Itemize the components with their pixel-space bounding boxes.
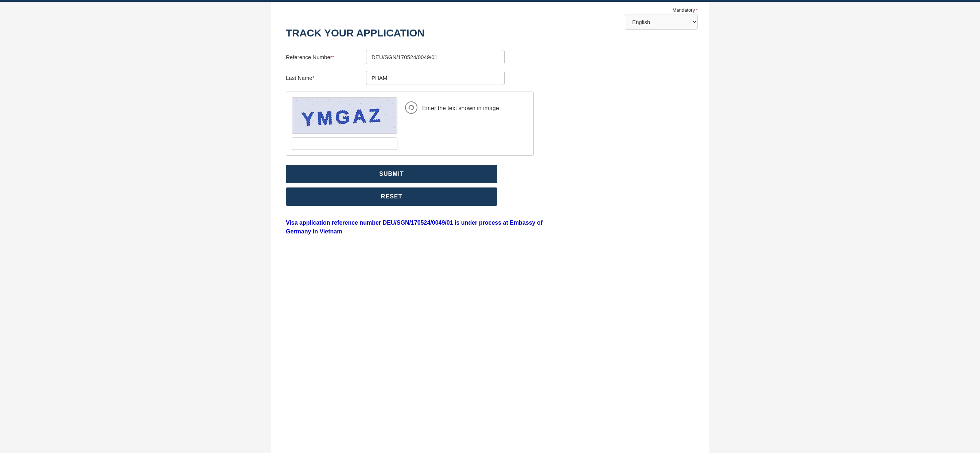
- svg-point-18: [387, 100, 388, 101]
- reference-number-group: Reference Number*: [286, 50, 559, 64]
- svg-point-10: [344, 100, 345, 100]
- mandatory-text: Mandatory: [673, 7, 695, 13]
- mandatory-asterisk: *: [696, 7, 698, 13]
- captcha-instruction: Enter the text shown in image: [422, 104, 499, 112]
- captcha-right: Enter the text shown in image: [405, 97, 499, 116]
- svg-point-20: [298, 110, 299, 110]
- language-select[interactable]: English German French Vietnamese: [625, 14, 698, 30]
- svg-point-56: [406, 102, 417, 113]
- svg-point-1: [296, 100, 297, 101]
- svg-point-37: [390, 109, 391, 110]
- status-message: Visa application reference number DEU/SG…: [286, 219, 559, 236]
- refresh-icon: [405, 101, 418, 114]
- svg-point-36: [385, 114, 386, 115]
- svg-text:YMGAZ: YMGAZ: [301, 105, 383, 130]
- page-container: Mandatory* English German French Vietnam…: [271, 2, 709, 453]
- svg-point-9: [339, 101, 340, 102]
- refresh-captcha-button[interactable]: [405, 101, 418, 116]
- captcha-left: YMGAZ YMGAZ: [292, 97, 398, 150]
- svg-point-8: [334, 105, 334, 106]
- last-name-input[interactable]: [366, 71, 504, 85]
- svg-point-2: [301, 103, 302, 104]
- svg-point-6: [323, 104, 323, 105]
- svg-point-14: [366, 100, 366, 101]
- svg-point-17: [381, 102, 382, 103]
- captcha-image-box: YMGAZ YMGAZ: [292, 97, 398, 134]
- svg-point-48: [360, 126, 361, 127]
- svg-point-46: [346, 129, 347, 129]
- submit-button[interactable]: SUBMIT: [286, 165, 497, 183]
- reference-number-label: Reference Number*: [286, 54, 366, 60]
- form-section: Reference Number* Last Name*: [286, 50, 559, 236]
- svg-point-52: [389, 122, 390, 123]
- captcha-text-input[interactable]: [292, 137, 398, 150]
- svg-point-4: [312, 105, 313, 105]
- svg-point-3: [307, 99, 308, 100]
- svg-point-5: [317, 100, 318, 102]
- captcha-container: YMGAZ YMGAZ: [286, 91, 534, 156]
- last-name-group: Last Name*: [286, 71, 559, 85]
- captcha-svg: YMGAZ YMGAZ: [292, 98, 397, 134]
- svg-point-13: [360, 103, 361, 104]
- svg-point-38: [394, 117, 395, 118]
- svg-point-12: [355, 99, 355, 100]
- mandatory-label: Mandatory*: [625, 7, 698, 13]
- svg-point-53: [394, 127, 395, 128]
- svg-point-39: [299, 122, 301, 123]
- svg-point-7: [328, 99, 329, 100]
- last-name-label: Last Name*: [286, 75, 366, 81]
- svg-point-19: [392, 103, 393, 104]
- buttons-section: SUBMIT RESET: [286, 165, 504, 206]
- reset-button[interactable]: RESET: [286, 187, 497, 206]
- svg-point-50: [374, 129, 375, 130]
- language-section: Mandatory* English German French Vietnam…: [625, 7, 698, 30]
- svg-point-16: [376, 99, 377, 99]
- svg-point-11: [349, 104, 350, 105]
- reference-number-input[interactable]: [366, 50, 504, 64]
- captcha-inner: YMGAZ YMGAZ: [292, 97, 528, 150]
